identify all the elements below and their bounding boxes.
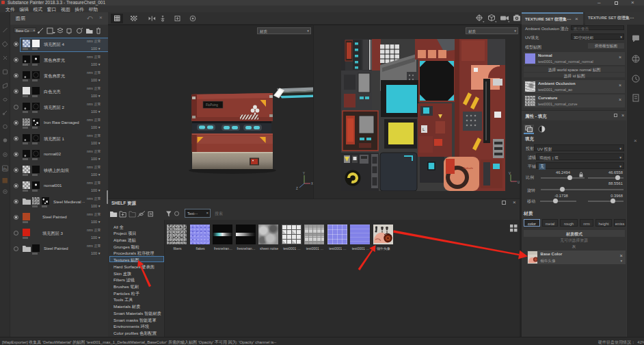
svg-text:V: V (509, 172, 511, 175)
svg-text:Y: Y (303, 172, 305, 175)
svg-text:×: × (634, 138, 637, 144)
svg-text:Redsafe: Redsafe (463, 166, 474, 170)
svg-text:FloPoing: FloPoing (206, 103, 218, 107)
svg-text:Ps: Ps (3, 167, 8, 171)
svg-text:Z: Z (296, 187, 298, 190)
